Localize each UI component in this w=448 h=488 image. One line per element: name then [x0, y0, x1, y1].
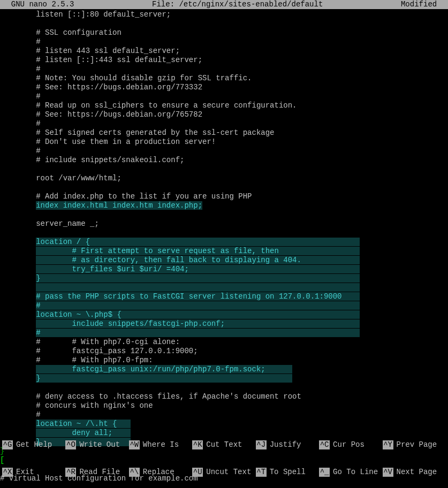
editor-line[interactable]: root /var/www/html; — [0, 174, 448, 183]
editor-line[interactable]: # Add index.php to the list if you are u… — [0, 192, 448, 201]
shortcut-key: ^\ — [129, 468, 140, 477]
editor-line[interactable] — [0, 165, 448, 174]
editor-line[interactable]: # concurs with nginx's one — [0, 401, 448, 410]
editor-line[interactable]: # fastcgi_pass 127.0.0.1:9000; — [0, 347, 448, 356]
footer-shortcut[interactable]: ^XExit — [2, 468, 65, 477]
shortcut-key: ^U — [192, 468, 203, 477]
editor-line[interactable]: try_files $uri $uri/ =404; — [0, 265, 448, 274]
shortcut-label: Exit — [16, 468, 34, 477]
shortcut-key: ^J — [256, 440, 267, 449]
footer-shortcut[interactable]: ^YPrev Page — [383, 440, 446, 449]
editor-line[interactable]: # — [0, 147, 448, 156]
editor-line[interactable]: # See: https://bugs.debian.org/773332 — [0, 83, 448, 92]
editor-line[interactable]: location ~ \.php$ { — [0, 310, 448, 319]
editor-line[interactable]: # as directory, then fall back to displa… — [0, 256, 448, 265]
editor-line[interactable]: # — [0, 410, 448, 420]
footer-shortcut[interactable]: ^WWhere Is — [129, 440, 192, 449]
editor-line[interactable] — [0, 210, 448, 219]
editor-line[interactable]: # Don't use them in a production server! — [0, 138, 448, 147]
nano-footer: ^GGet Help^OWrite Out^WWhere Is^KCut Tex… — [0, 422, 448, 488]
line-text: # — [36, 37, 40, 46]
editor-line[interactable]: # First attempt to serve request as file… — [0, 247, 448, 256]
line-text: location / { — [36, 238, 360, 246]
line-text: # See: https://bugs.debian.org/773332 — [36, 83, 202, 92]
line-text: # Note: You should disable gzip for SSL … — [36, 74, 252, 82]
editor-line[interactable]: # # With php7.0-fpm: — [0, 356, 448, 365]
shortcut-key: ^W — [129, 440, 140, 449]
editor-line[interactable]: # deny access to .htaccess files, if Apa… — [0, 392, 448, 401]
editor-line[interactable] — [0, 183, 448, 192]
editor-line[interactable]: # Note: You should disable gzip for SSL … — [0, 74, 448, 83]
editor-line[interactable]: # See: https://bugs.debian.org/765782 — [0, 110, 448, 119]
line-text: fastcgi_pass unix:/run/php/php7.0-fpm.so… — [36, 365, 292, 373]
editor-line[interactable]: # — [0, 301, 448, 310]
line-text: # deny access to .htaccess files, if Apa… — [36, 392, 301, 401]
editor-line[interactable]: # — [0, 65, 448, 74]
footer-shortcut[interactable]: ^RRead File — [65, 468, 128, 477]
line-text: } — [36, 374, 292, 383]
line-text: # # With php7.0-cgi alone: — [36, 338, 180, 346]
shortcut-key: ^T — [256, 468, 267, 477]
editor-line[interactable]: server_name _; — [0, 219, 448, 228]
footer-shortcut[interactable]: ^OWrite Out — [65, 440, 128, 449]
line-text: # See: https://bugs.debian.org/765782 — [36, 110, 202, 119]
shortcut-label: Read File — [79, 468, 120, 477]
editor-line[interactable]: } — [0, 374, 448, 383]
editor-line[interactable]: # listen 443 ssl default_server; — [0, 47, 448, 56]
editor-line[interactable]: # pass the PHP scripts to FastCGI server… — [0, 292, 448, 301]
footer-shortcut[interactable]: ^KCut Text — [192, 440, 255, 449]
line-text: # — [36, 329, 360, 337]
editor-line[interactable] — [0, 283, 448, 292]
editor-line[interactable]: # include snippets/snakeoil.conf; — [0, 156, 448, 165]
editor-line[interactable]: # SSL configuration — [0, 28, 448, 37]
line-text: # SSL configuration — [36, 28, 122, 37]
editor-line[interactable]: # listen [::]:443 ssl default_server; — [0, 56, 448, 65]
shortcut-label: Go To Line — [333, 468, 378, 477]
footer-shortcut[interactable]: ^CCur Pos — [319, 440, 382, 449]
editor-line[interactable]: # Self signed certs generated by the ssl… — [0, 128, 448, 138]
footer-shortcut[interactable]: ^GGet Help — [2, 440, 65, 449]
editor-line[interactable]: # — [0, 37, 448, 47]
editor-line[interactable] — [0, 19, 448, 28]
footer-shortcut[interactable]: ^VNext Page — [383, 468, 446, 477]
shortcut-label: To Spell — [270, 468, 306, 477]
shortcut-label: Where Is — [143, 440, 179, 449]
shortcut-label: Replace — [143, 468, 174, 477]
footer-shortcut[interactable]: ^_Go To Line — [319, 468, 382, 477]
editor-area[interactable]: listen [::]:80 default_server; # SSL con… — [0, 9, 448, 483]
shortcut-key: ^R — [65, 468, 76, 477]
editor-line[interactable]: index index.html index.htm index.php; — [0, 201, 448, 210]
line-text: # Add index.php to the list if you are u… — [36, 192, 252, 201]
editor-line[interactable]: # Read up on ssl_ciphers to ensure a sec… — [0, 101, 448, 110]
shortcut-key: ^Y — [383, 440, 393, 449]
line-text: # First attempt to serve request as file… — [36, 247, 360, 255]
footer-shortcut[interactable]: ^\Replace — [129, 468, 192, 477]
footer-row-2: ^XExit^RRead File^\Replace^UUncut Text^T… — [2, 468, 446, 477]
line-text: # fastcgi_pass 127.0.0.1:9000; — [36, 347, 198, 355]
editor-line[interactable]: listen [::]:80 default_server; — [0, 10, 448, 19]
footer-shortcut[interactable]: ^UUncut Text — [192, 468, 255, 477]
nano-titlebar: GNU nano 2.5.3 File: /etc/nginx/sites-en… — [0, 0, 448, 9]
editor-line[interactable]: location / { — [0, 238, 448, 247]
editor-line[interactable]: # # With php7.0-cgi alone: — [0, 338, 448, 347]
editor-line[interactable]: # — [0, 92, 448, 101]
footer-shortcut[interactable]: ^JJustify — [256, 440, 319, 449]
file-path: File: /etc/nginx/sites-enabled/default — [152, 0, 323, 9]
line-text: # # With php7.0-fpm: — [36, 356, 153, 364]
editor-line[interactable]: } — [0, 274, 448, 283]
line-text: server_name _; — [36, 219, 99, 228]
editor-line[interactable] — [0, 383, 448, 392]
line-text: index index.html index.htm index.php; — [36, 201, 202, 210]
editor-line[interactable]: include snippets/fastcgi-php.conf; — [0, 319, 448, 329]
editor-line[interactable]: fastcgi_pass unix:/run/php/php7.0-fpm.so… — [0, 365, 448, 374]
line-text: try_files $uri $uri/ =404; — [36, 265, 360, 273]
line-text: # as directory, then fall back to displa… — [36, 256, 360, 264]
editor-line[interactable]: # — [0, 329, 448, 338]
shortcut-key: ^X — [2, 468, 13, 477]
editor-line[interactable]: # — [0, 119, 448, 128]
line-text: # — [36, 119, 40, 128]
app-name: GNU nano 2.5.3 — [2, 0, 74, 9]
editor-line[interactable] — [0, 228, 448, 238]
footer-shortcut[interactable]: ^TTo Spell — [256, 468, 319, 477]
line-text: # — [36, 147, 40, 155]
